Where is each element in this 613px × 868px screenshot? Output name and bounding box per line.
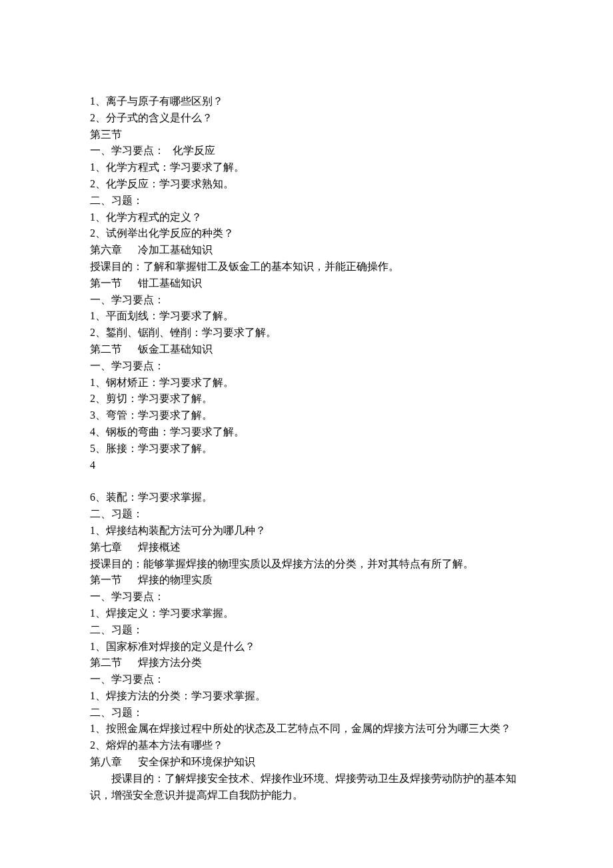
text-line: 授课目的：能够掌握焊接的物理实质以及焊接方法的分类，并对其特点有所了解。 xyxy=(90,556,523,573)
text-line: 1、离子与原子有哪些区别？ xyxy=(90,93,523,110)
text-line: 3、弯管：学习要求了解。 xyxy=(90,407,523,424)
text-line: 第六章 冷加工基础知识 xyxy=(90,242,523,259)
text-line: 1、国家标准对焊接的定义是什么？ xyxy=(90,639,523,655)
text-line: 2、试例举出化学反应的种类？ xyxy=(90,225,523,242)
text-line: 授课目的：了解和掌握钳工及钣金工的基本知识，并能正确操作。 xyxy=(90,259,523,275)
text-line: 2、熔焊的基本方法有哪些？ xyxy=(90,737,523,754)
text-line: 5、胀接：学习要求了解。 xyxy=(90,441,523,457)
text-line: 1、焊接结构装配方法可分为哪几种？ xyxy=(90,523,523,539)
text-line: 第一节 焊接的物理实质 xyxy=(90,572,523,589)
text-line: 2、錾削、锯削、锉削：学习要求了解。 xyxy=(90,325,523,341)
text-line: 一、学习要点： xyxy=(90,589,523,605)
text-line: 1、按照金属在焊接过程中所处的状态及工艺特点不同，金属的焊接方法可分为哪三大类？ xyxy=(90,721,523,737)
text-line: 2、分子式的含义是什么？ xyxy=(90,110,523,127)
text-line: 二、习题： xyxy=(90,506,523,523)
text-line: 1、钢材矫正：学习要求了解。 xyxy=(90,375,523,391)
text-line: 一、学习要点： 化学反应 xyxy=(90,143,523,159)
text-line: 一、学习要点： xyxy=(90,671,523,688)
text-line: 第二节 钣金工基础知识 xyxy=(90,341,523,358)
text-line: 2、剪切：学习要求了解。 xyxy=(90,391,523,407)
text-line: 1、平面划线：学习要求了解。 xyxy=(90,308,523,325)
text-line: 2、化学反应：学习要求熟知。 xyxy=(90,176,523,193)
text-line: 1、化学方程式：学习要求了解。 xyxy=(90,159,523,176)
text-line: 授课目的：了解焊接安全技术、焊接作业环境、焊接劳动卫生及焊接劳动防护的基本知识，… xyxy=(90,771,523,804)
text-line: 4、钢板的弯曲：学习要求了解。 xyxy=(90,424,523,441)
text-line: 1、焊接定义：学习要求掌握。 xyxy=(90,605,523,622)
text-line: 1、化学方程式的定义？ xyxy=(90,209,523,226)
text-line: 第三节 xyxy=(90,127,523,143)
text-line: 4 xyxy=(90,457,523,474)
blank-line xyxy=(90,473,523,489)
document-page: 1、离子与原子有哪些区别？2、分子式的含义是什么？第三节一、学习要点： 化学反应… xyxy=(0,0,613,868)
text-line: 第二节 焊接方法分类 xyxy=(90,655,523,671)
text-line: 第八章 安全保护和环境保护知识 xyxy=(90,754,523,771)
text-line: 一、学习要点： xyxy=(90,358,523,375)
text-line: 第七章 焊接概述 xyxy=(90,539,523,556)
text-line: 6、装配：学习要求掌握。 xyxy=(90,489,523,506)
text-line: 二、习题： xyxy=(90,193,523,209)
text-line: 第一节 钳工基础知识 xyxy=(90,275,523,292)
text-line: 一、学习要点： xyxy=(90,292,523,309)
text-line: 1、焊接方法的分类：学习要求掌握。 xyxy=(90,688,523,705)
text-line: 二、习题： xyxy=(90,622,523,639)
text-line: 二、习题： xyxy=(90,705,523,721)
